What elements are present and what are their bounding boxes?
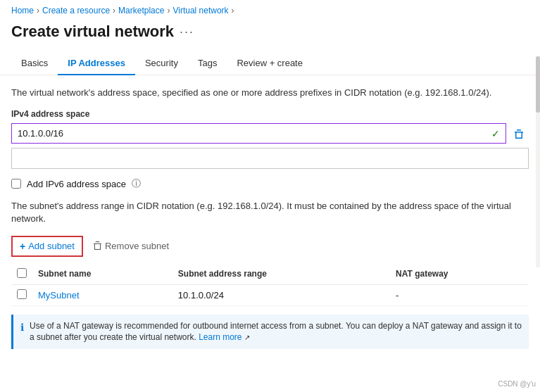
subnet-name-cell[interactable]: MySubnet — [32, 284, 172, 305]
breadcrumb: Home › Create a resource › Marketplace ›… — [0, 0, 540, 20]
col-subnet-name: Subnet name — [32, 264, 172, 285]
ipv4-input-container: ✓ — [11, 123, 506, 144]
table-header-checkbox — [11, 264, 32, 285]
subnet-table: Subnet name Subnet address range NAT gat… — [11, 264, 529, 306]
ipv4-input-row: ✓ — [11, 123, 529, 144]
svg-rect-7 — [94, 244, 95, 248]
ipv6-info-icon[interactable]: ⓘ — [132, 177, 141, 190]
row-checkbox-cell — [11, 284, 32, 305]
ipv4-input[interactable] — [12, 124, 486, 143]
svg-rect-6 — [96, 241, 100, 241]
info-bar-text: Use of a NAT gateway is recommended for … — [30, 320, 522, 344]
content-area: The virtual network's address space, spe… — [0, 75, 540, 355]
ipv6-checkbox-label[interactable]: Add IPv6 address space — [27, 179, 126, 189]
ip-section-description: The virtual network's address space, spe… — [11, 87, 529, 99]
row-checkbox[interactable] — [17, 289, 27, 299]
ipv6-checkbox[interactable] — [11, 179, 21, 189]
add-subnet-label: Add subnet — [28, 241, 75, 251]
table-row: MySubnet 10.1.0.0/24 - — [11, 284, 529, 305]
tab-security[interactable]: Security — [135, 52, 188, 75]
svg-rect-2 — [515, 132, 517, 138]
scrollbar[interactable] — [536, 56, 540, 267]
subnet-description-text: The subnet's address range in CIDR notat… — [11, 201, 511, 224]
ipv4-secondary-input[interactable] — [11, 148, 529, 169]
select-all-checkbox[interactable] — [17, 268, 27, 278]
breadcrumb-virtual-network[interactable]: Virtual network — [172, 6, 228, 15]
subnet-description: The subnet's address range in CIDR notat… — [11, 200, 529, 225]
ipv6-checkbox-row: Add IPv6 address space ⓘ — [11, 177, 529, 190]
page-title: Create virtual network — [11, 23, 174, 41]
learn-more-link[interactable]: Learn more — [199, 332, 241, 342]
ipv4-label: IPv4 address space — [11, 109, 529, 119]
breadcrumb-marketplace[interactable]: Marketplace — [118, 6, 164, 15]
nat-gateway-cell: - — [390, 284, 529, 305]
subnet-actions: + Add subnet Remove subnet — [11, 236, 529, 257]
trash-icon — [93, 241, 102, 252]
breadcrumb-create-resource[interactable]: Create a resource — [42, 6, 110, 15]
remove-subnet-label: Remove subnet — [105, 241, 169, 251]
tab-bar: Basics IP Addresses Security Tags Review… — [0, 52, 540, 75]
tab-ip-addresses[interactable]: IP Addresses — [58, 52, 135, 75]
tab-review-create[interactable]: Review + create — [227, 52, 313, 75]
external-link-icon: ↗ — [244, 334, 250, 341]
watermark: CSDN @y'u — [498, 380, 536, 388]
plus-icon: + — [20, 241, 25, 252]
page-header: Create virtual network ··· — [0, 20, 540, 52]
breadcrumb-home[interactable]: Home — [11, 6, 34, 15]
col-subnet-address-range: Subnet address range — [172, 264, 390, 285]
ipv4-secondary-row — [11, 148, 529, 169]
col-nat-gateway: NAT gateway — [390, 264, 529, 285]
remove-subnet-button[interactable]: Remove subnet — [90, 237, 172, 255]
add-subnet-button[interactable]: + Add subnet — [11, 236, 83, 257]
more-options-icon[interactable]: ··· — [180, 25, 194, 39]
info-bar: ℹ Use of a NAT gateway is recommended fo… — [11, 315, 529, 350]
svg-rect-3 — [522, 132, 523, 138]
tab-basics[interactable]: Basics — [11, 52, 58, 75]
subnet-address-range-cell: 10.1.0.0/24 — [172, 284, 390, 305]
scrollbar-thumb[interactable] — [536, 56, 540, 113]
svg-rect-4 — [515, 137, 522, 139]
info-bar-icon: ℹ — [20, 321, 24, 335]
svg-rect-8 — [100, 244, 101, 248]
svg-rect-1 — [517, 129, 521, 131]
delete-ipv4-button[interactable] — [509, 124, 529, 144]
tab-tags[interactable]: Tags — [188, 52, 227, 75]
check-icon: ✓ — [486, 128, 506, 139]
svg-rect-9 — [94, 248, 101, 249]
